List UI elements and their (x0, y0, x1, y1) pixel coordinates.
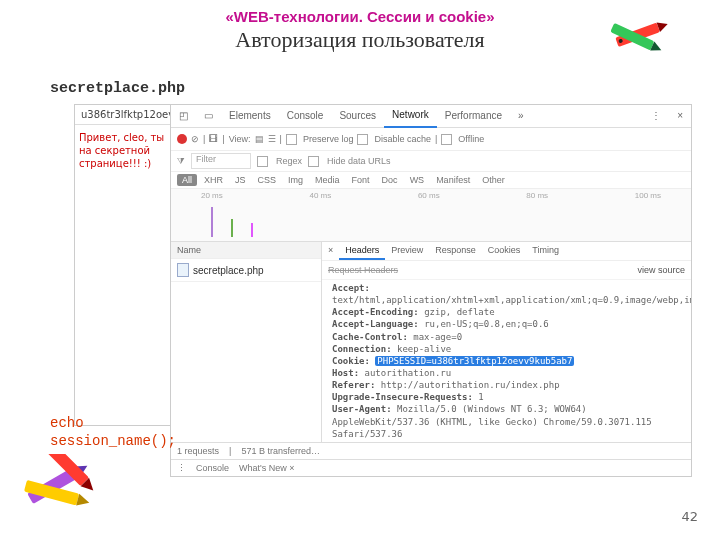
details-tab-response[interactable]: Response (429, 242, 482, 260)
tab-elements[interactable]: Elements (221, 105, 279, 127)
tab-performance[interactable]: Performance (437, 105, 510, 127)
type-other[interactable]: Other (477, 174, 510, 186)
request-row[interactable]: secretplace.php (171, 259, 321, 282)
request-headers-section[interactable]: Request Headers view source (322, 261, 691, 280)
offline-label: Offline (458, 134, 484, 144)
regex-checkbox[interactable] (257, 156, 268, 167)
regex-label: Regex (276, 156, 302, 166)
type-js[interactable]: JS (230, 174, 251, 186)
preserve-log-checkbox[interactable] (286, 134, 297, 145)
tabs-more-icon[interactable]: » (510, 105, 532, 127)
devtools-menu-icon[interactable]: ⋮ (643, 105, 669, 127)
details-tab-cookies[interactable]: Cookies (482, 242, 527, 260)
tick: 80 ms (526, 191, 548, 241)
type-font[interactable]: Font (347, 174, 375, 186)
browser-page-panel: u386tr3lfktp12oevv9kub Привет, cleo, ты … (74, 104, 171, 426)
type-xhr[interactable]: XHR (199, 174, 228, 186)
browser-url-bar[interactable]: u386tr3lfktp12oevv9kub (75, 105, 171, 125)
view-small-icon[interactable]: ☰ (268, 134, 276, 144)
devtools-close-icon[interactable]: × (669, 105, 691, 127)
details-tab-timing[interactable]: Timing (526, 242, 565, 260)
device-icon[interactable]: ▭ (196, 105, 221, 127)
tick: 100 ms (635, 191, 661, 241)
clear-icon[interactable]: ⊘ (191, 134, 199, 144)
cookie-value[interactable]: PHPSESSID=u386tr3lfktp12oevv9kub5ab7 (375, 356, 574, 366)
view-source-link[interactable]: view source (637, 265, 685, 275)
type-media[interactable]: Media (310, 174, 345, 186)
disable-cache-label: Disable cache (374, 134, 431, 144)
type-manifest[interactable]: Manifest (431, 174, 475, 186)
network-filterbar: ⧩ Filter Regex Hide data URLs (171, 151, 691, 172)
type-css[interactable]: CSS (253, 174, 282, 186)
type-img[interactable]: Img (283, 174, 308, 186)
tick: 40 ms (309, 191, 331, 241)
request-list: Name secretplace.php (171, 242, 322, 442)
type-all[interactable]: All (177, 174, 197, 186)
drawer-whats-new[interactable]: What's New × (239, 463, 295, 473)
view-label: View: (229, 134, 251, 144)
drawer-console[interactable]: Console (196, 463, 229, 473)
document-icon (177, 263, 189, 277)
filename-label: secretplace.php (50, 80, 185, 97)
close-details-icon[interactable]: × (322, 242, 339, 260)
hide-data-urls-checkbox[interactable] (308, 156, 319, 167)
inspect-icon[interactable]: ◰ (171, 105, 196, 127)
type-ws[interactable]: WS (405, 174, 430, 186)
devtools-tabs: ◰ ▭ Elements Console Sources Network Per… (171, 105, 691, 128)
drawer-tabs: ⋮ Console What's New × (171, 459, 691, 476)
crayon-icon (20, 454, 110, 524)
capture-icon[interactable]: 🎞 (209, 134, 218, 144)
tab-sources[interactable]: Sources (331, 105, 384, 127)
status-requests: 1 requests (177, 446, 219, 456)
disable-cache-checkbox[interactable] (357, 134, 368, 145)
preserve-log-label: Preserve log (303, 134, 354, 144)
tab-console[interactable]: Console (279, 105, 332, 127)
drawer-menu-icon[interactable]: ⋮ (177, 463, 186, 473)
timeline[interactable]: 20 ms 40 ms 60 ms 80 ms 100 ms (171, 189, 691, 242)
crayon-icon (608, 10, 678, 60)
record-icon[interactable] (177, 134, 187, 144)
browser-page-text: Привет, cleo, ты на секретной странице!!… (75, 125, 171, 170)
page-number: 42 (681, 509, 698, 524)
hide-data-urls-label: Hide data URLs (327, 156, 391, 166)
cookie-key: Cookie: (332, 356, 370, 366)
resource-type-filter: All XHR JS CSS Img Media Font Doc WS Man… (171, 172, 691, 189)
network-split: Name secretplace.php × Headers Preview R… (171, 242, 691, 442)
request-name: secretplace.php (193, 265, 264, 276)
view-large-icon[interactable]: ▤ (255, 134, 264, 144)
tick: 60 ms (418, 191, 440, 241)
network-toolbar: ⊘ | 🎞 | View: ▤ ☰ | Preserve log Disable… (171, 128, 691, 151)
network-status: 1 requests | 571 B transferred… (171, 442, 691, 459)
details-tab-headers[interactable]: Headers (339, 242, 385, 260)
section-label: Request Headers (328, 265, 398, 275)
column-name[interactable]: Name (171, 242, 321, 259)
details-tab-preview[interactable]: Preview (385, 242, 429, 260)
status-transferred: 571 B transferred… (241, 446, 320, 456)
tab-network[interactable]: Network (384, 104, 437, 128)
request-details: × Headers Preview Response Cookies Timin… (322, 242, 691, 442)
filter-input[interactable]: Filter (191, 153, 251, 169)
offline-checkbox[interactable] (441, 134, 452, 145)
code-snippet: echosession_name(); (50, 415, 176, 450)
filter-icon[interactable]: ⧩ (177, 156, 185, 167)
devtools-panel: ◰ ▭ Elements Console Sources Network Per… (170, 104, 692, 477)
type-doc[interactable]: Doc (377, 174, 403, 186)
request-headers-body: Accept: text/html,application/xhtml+xml,… (322, 280, 691, 442)
